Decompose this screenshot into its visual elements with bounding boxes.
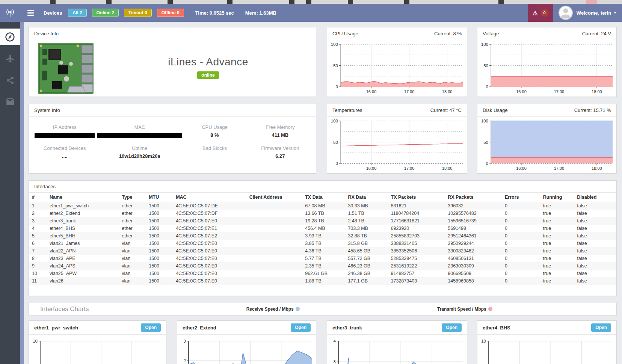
share-icon [6, 76, 15, 85]
airplane-icon [5, 54, 15, 63]
table-row[interactable]: 7vlan22_APNvlan15004C:5E:0C:C5:07:E04.36… [29, 247, 616, 255]
ether3-open-button[interactable]: Open [442, 323, 462, 332]
table-row[interactable]: 5ether5_BHHether15004C:5E:0C:C5:07:E23.9… [29, 232, 616, 240]
table-row[interactable]: 3ether3_trunkether15004C:5E:0C:C5:07:E01… [29, 217, 616, 225]
table-row[interactable]: 2ether2_Extendether15004C:5E:0C:C5:07:DF… [29, 210, 616, 217]
column-header: Type [119, 193, 146, 202]
table-row[interactable]: 1ether1_pwr_switchether15004C:5E:0C:C5:0… [29, 202, 616, 210]
app-logo[interactable] [0, 8, 20, 18]
cpu-usage-current: Current: 8 % [434, 31, 462, 36]
device-status-badge: online [197, 71, 219, 79]
ether2-chart-card: ether2_Extend Open 3210 [177, 320, 316, 364]
svg-text:3: 3 [184, 339, 186, 343]
voltage-header: Voltage Current: 24 V [477, 27, 616, 40]
chevron-down-icon: ▼ [613, 11, 617, 15]
disk-usage-title: Disk Usage [483, 107, 507, 113]
system-info-card: System Info IP AddressMACCPU Usage8 %Fre… [29, 104, 316, 174]
field-label: Connected Devices [32, 145, 97, 151]
system-info-field: CPU Usage8 % [182, 124, 247, 138]
interfaces-charts-header: Interfaces Charts Receive Speed / Mbps T… [29, 303, 616, 315]
ether3-chart-card: ether3_trunk Open 43210 [327, 320, 467, 364]
column-header: RX Packets [445, 193, 502, 202]
table-row[interactable]: 9vlan24_APSvlan15004C:5E:0C:C5:07:E02.35… [29, 262, 616, 270]
tab-remnant [168, 0, 173, 4]
svg-text:100: 100 [481, 42, 488, 47]
svg-text:4: 4 [334, 339, 336, 343]
system-info-field: IP Address [32, 124, 97, 138]
welcome-label: Welcome, terin [577, 10, 611, 16]
broadcast-antenna-icon [4, 8, 17, 18]
table-row[interactable]: 4ether4_BHSether15004C:5E:0C:C5:07:E1456… [29, 225, 616, 232]
column-header: MAC [173, 193, 246, 202]
filter-badge[interactable]: Online 2 [92, 9, 119, 17]
avatar[interactable] [559, 6, 573, 20]
field-label: Bad Blocks [182, 145, 247, 151]
table-row[interactable]: 11vlan26vlan15004C:5E:0C:C5:07:E01.88 TB… [29, 277, 616, 285]
temperatures-card: Temperatures Current: 47 °C 16:0017:0018… [327, 104, 467, 174]
device-filter-badges: All 2Online 2Timout 0Offline 0 [68, 9, 184, 17]
filter-badge[interactable]: Offline 0 [157, 9, 184, 17]
ether4-open-button[interactable]: Open [591, 323, 611, 332]
field-value [97, 132, 182, 138]
system-info-field: Firmware Version6.27 [248, 145, 313, 159]
filter-badge[interactable]: All 2 [68, 9, 86, 17]
ether1-chart-header: ether1_pwr_switch Open [29, 321, 166, 335]
tab-remnant [348, 0, 353, 4]
legend-receive-label: Receive Speed / Mbps [246, 307, 294, 312]
sidebar-item-share[interactable] [0, 72, 20, 89]
system-info-title: System Info [34, 107, 60, 113]
transmit-speed-dot-icon [488, 307, 492, 311]
device-info-header: Device Info [29, 27, 316, 40]
system-info-field: Connected Devices.... [32, 145, 97, 159]
field-value [32, 132, 97, 138]
cpu-usage-chart: 16:0017:0018:00100500 [327, 41, 467, 97]
column-header: # [29, 193, 47, 202]
sidebar-item-dashboard[interactable] [0, 29, 20, 45]
temperatures-current: Current: 47 °C [430, 107, 462, 113]
alerts-button[interactable]: ⚠ 0 [528, 4, 553, 22]
legend-transmit-speed: Transmit Speed / Mbps [437, 307, 492, 312]
ether2-open-button[interactable]: Open [291, 323, 311, 332]
table-row[interactable]: 6vlan21_Jamesvlan15004C:5E:0C:C5:07:E03.… [29, 240, 616, 247]
compass-icon [5, 32, 15, 42]
svg-text:0: 0 [336, 161, 338, 166]
field-label: IP Address [32, 124, 97, 130]
table-row[interactable]: 8vlan23_APEvlan15004C:5E:0C:C5:07:E05.77… [29, 255, 616, 262]
svg-text:10: 10 [33, 339, 38, 343]
device-summary: iLines - Advance online [100, 56, 316, 79]
legend-receive-speed: Receive Speed / Mbps [246, 307, 300, 312]
tab-remnant [404, 0, 409, 4]
sidebar-item-inbox[interactable] [0, 94, 20, 110]
user-menu[interactable]: Welcome, terin ▼ [577, 10, 617, 16]
user-silhouette-icon [559, 6, 572, 19]
field-label: Uptime [97, 145, 182, 151]
system-info-field: Uptime10w1d20h28m20s [97, 145, 182, 159]
cpu-usage-title: CPU Usage [332, 31, 358, 36]
tab-remnant [498, 0, 504, 4]
mem-stat: Mem: 1.63MB [245, 10, 276, 16]
ether1-open-button[interactable]: Open [141, 323, 161, 332]
svg-text:0: 0 [486, 161, 488, 166]
column-header: Name [47, 193, 119, 202]
interfaces-table-body: 1ether1_pwr_switchether15004C:5E:0C:C5:0… [29, 202, 616, 285]
ether2-chart: 3210 [177, 335, 316, 364]
menu-toggle-button[interactable] [27, 9, 34, 17]
svg-text:100: 100 [331, 42, 338, 47]
field-value: 10w1d20h28m20s [97, 153, 182, 159]
devices-label: Devices [44, 10, 62, 16]
column-header: Disabled [574, 193, 616, 202]
temperatures-chart: 16:0017:0018:00100500 [327, 118, 467, 174]
redacted-value [35, 133, 95, 138]
disk-usage-card: Disk Usage Current: 15.71 % 16:0017:0018… [477, 104, 617, 174]
table-row[interactable]: 10vlan25_APWvlan15004C:5E:0C:C5:07:E0962… [29, 270, 616, 277]
ether3-title: ether3_trunk [332, 325, 362, 331]
field-value: 411 MB [248, 132, 313, 138]
sidebar-item-airplane[interactable] [0, 50, 20, 67]
svg-text:50: 50 [483, 140, 488, 145]
warning-icon: ⚠ [533, 10, 537, 16]
filter-badge[interactable]: Timout 0 [124, 9, 152, 17]
ether1-chart: 1050 [29, 335, 166, 364]
inbox-icon [5, 98, 15, 107]
browser-remnant-strip [0, 0, 622, 4]
interfaces-table-head-row: #NameTypeMTUMACClient AddressTX DataRX D… [29, 193, 616, 202]
